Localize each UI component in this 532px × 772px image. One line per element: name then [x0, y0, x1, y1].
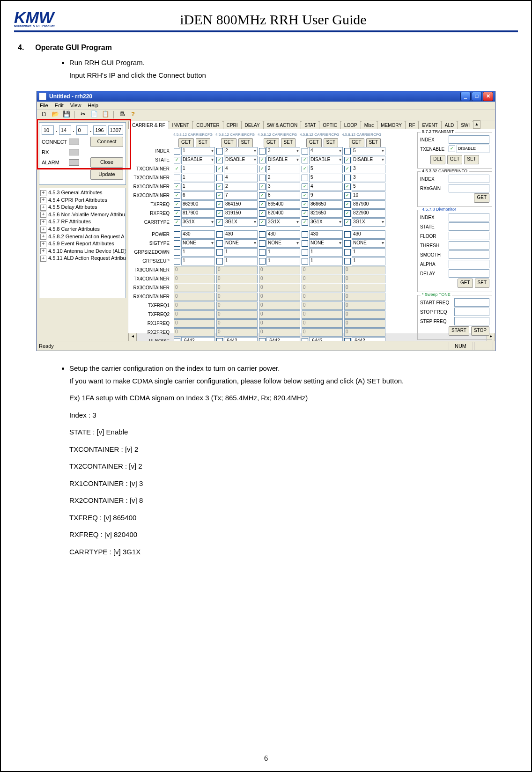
checkbox[interactable]: [302, 249, 308, 256]
value-input[interactable]: 1: [309, 257, 343, 265]
value-input[interactable]: 819150: [224, 209, 258, 218]
tree-node[interactable]: +4.5.11 ALD Action Request Attribu: [40, 255, 125, 262]
carrier-set-button[interactable]: SET: [238, 138, 253, 147]
checkbox[interactable]: [344, 192, 351, 199]
checkbox[interactable]: [302, 231, 308, 238]
value-input[interactable]: 820400: [266, 209, 300, 218]
value-input[interactable]: DISABLE: [266, 156, 300, 164]
value-input[interactable]: -6442: [309, 337, 343, 341]
value-input[interactable]: 1: [224, 248, 258, 257]
checkbox[interactable]: [259, 192, 266, 199]
value-input[interactable]: 3: [266, 147, 300, 155]
value-input[interactable]: 1: [352, 257, 385, 265]
sweep-input[interactable]: [454, 308, 489, 316]
divmonitor-set-button[interactable]: SET: [475, 279, 489, 288]
value-input[interactable]: 9: [309, 191, 343, 200]
tab-memory[interactable]: MEMORY: [377, 121, 406, 129]
help-icon[interactable]: ?: [129, 110, 137, 119]
checkbox[interactable]: [302, 192, 308, 199]
divmonitor-get-button[interactable]: GET: [458, 279, 473, 288]
checkbox[interactable]: [174, 338, 180, 341]
tab-sw-action[interactable]: SW & ACTION: [263, 121, 302, 129]
value-input[interactable]: -6442: [181, 337, 215, 341]
checkbox[interactable]: [174, 258, 180, 265]
value-input[interactable]: 864150: [224, 200, 258, 209]
divmonitor-input[interactable]: [449, 232, 489, 240]
carrierinfo-index-input[interactable]: [449, 175, 489, 183]
checkbox[interactable]: [259, 166, 266, 172]
divmonitor-input[interactable]: [449, 269, 489, 278]
ip-part-4[interactable]: 196: [93, 125, 106, 135]
update-button[interactable]: Update: [90, 169, 123, 180]
value-input[interactable]: 430: [181, 230, 215, 239]
carrier-set-button[interactable]: SET: [324, 138, 338, 147]
value-input[interactable]: 5: [352, 183, 385, 191]
value-input[interactable]: 4: [224, 174, 258, 182]
value-input[interactable]: 1: [181, 257, 215, 265]
checkbox[interactable]: [302, 184, 308, 190]
checkbox[interactable]: [302, 148, 308, 154]
value-input[interactable]: 862900: [181, 200, 215, 209]
checkbox[interactable]: [216, 258, 223, 265]
checkbox[interactable]: [259, 201, 266, 208]
tree-node[interactable]: +4.5.4 CPRI Port Attributes: [40, 197, 125, 204]
checkbox[interactable]: [259, 219, 266, 226]
checkbox[interactable]: [174, 219, 180, 226]
checkbox[interactable]: [174, 240, 180, 247]
value-input[interactable]: 817900: [181, 209, 215, 218]
checkbox[interactable]: [259, 231, 266, 238]
value-input[interactable]: 1: [309, 248, 343, 257]
value-input[interactable]: -6442: [352, 337, 385, 341]
tree-node[interactable]: +4.5.8 Carrier Attributes: [40, 226, 125, 233]
value-input[interactable]: 2: [224, 183, 258, 191]
print-icon[interactable]: 🖶: [118, 110, 126, 119]
value-input[interactable]: NONE: [266, 239, 300, 248]
tab-carrier-rf[interactable]: CARRIER & RF: [128, 121, 169, 129]
value-input[interactable]: 1: [181, 147, 215, 155]
value-input[interactable]: 821650: [309, 209, 343, 218]
value-input[interactable]: 1: [224, 257, 258, 265]
value-input[interactable]: 2: [266, 174, 300, 182]
checkbox[interactable]: [216, 231, 223, 238]
value-input[interactable]: DISABLE: [181, 156, 215, 164]
carrier-get-button[interactable]: GET: [306, 138, 322, 147]
value-input[interactable]: -6442: [266, 337, 300, 341]
transmit-index-input[interactable]: [449, 135, 489, 144]
transmit-set-button[interactable]: SET: [464, 155, 479, 164]
divmonitor-input[interactable]: [449, 222, 489, 231]
value-input[interactable]: 1: [266, 248, 300, 257]
checkbox[interactable]: [344, 249, 351, 256]
checkbox[interactable]: [259, 148, 266, 154]
tree-node[interactable]: +4.5.5 Delay Attributes: [40, 204, 125, 211]
value-input[interactable]: 3G1X: [181, 218, 215, 227]
tab-rf[interactable]: RF: [405, 121, 419, 129]
value-input[interactable]: 8: [266, 191, 300, 200]
sweep-input[interactable]: [454, 298, 489, 307]
checkbox[interactable]: [259, 157, 266, 163]
value-input[interactable]: NONE: [224, 239, 258, 248]
checkbox[interactable]: [344, 258, 351, 265]
checkbox[interactable]: [174, 175, 180, 181]
value-input[interactable]: 2: [266, 165, 300, 173]
value-input[interactable]: DISABLE: [224, 156, 258, 164]
checkbox[interactable]: [174, 192, 180, 199]
carrier-get-button[interactable]: GET: [221, 138, 236, 147]
menu-file[interactable]: File: [40, 103, 48, 108]
expand-icon[interactable]: +: [40, 256, 46, 262]
maximize-button[interactable]: □: [472, 92, 482, 101]
checkbox[interactable]: [174, 148, 180, 154]
checkbox[interactable]: [174, 210, 180, 217]
checkbox[interactable]: [302, 338, 308, 341]
checkbox[interactable]: [174, 249, 180, 256]
value-input[interactable]: 3: [266, 183, 300, 191]
checkbox[interactable]: [344, 231, 351, 238]
close-window-button[interactable]: ✕: [483, 92, 493, 101]
value-input[interactable]: 4: [224, 165, 258, 173]
tab-cpri[interactable]: CPRI: [223, 121, 242, 129]
carrier-set-button[interactable]: SET: [281, 138, 296, 147]
checkbox[interactable]: [174, 166, 180, 172]
value-input[interactable]: 430: [352, 230, 385, 239]
carrier-get-button[interactable]: GET: [349, 138, 364, 147]
value-input[interactable]: 1: [352, 248, 385, 257]
tree-node[interactable]: +4.5.3 General Attributes: [40, 189, 125, 197]
